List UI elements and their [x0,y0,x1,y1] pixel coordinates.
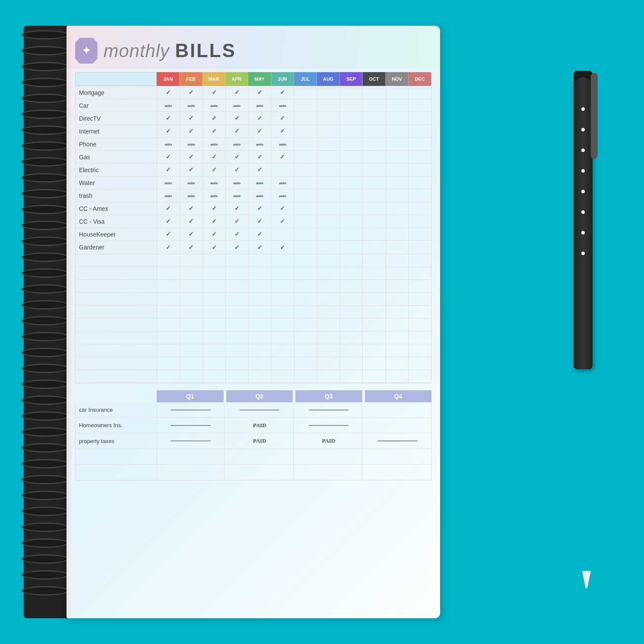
month-jan: JAN [157,72,179,86]
empty-month-cell [249,357,271,370]
empty-month-cell [386,267,409,279]
pen-decoration [574,103,592,255]
spiral-coil [21,205,69,214]
spiral-coil [21,141,69,151]
month-data-cell [340,241,363,254]
month-data-cell [317,228,340,240]
bill-name-cell: Car [76,99,157,112]
q-data-empty [364,449,431,464]
bill-name-header [75,72,157,86]
table-row: Waterautoautoautoautoautoauto [76,176,431,189]
month-data-cell [386,164,409,176]
month-data-cell: ✓ [157,112,180,125]
month-data-cell [409,125,431,137]
empty-month-cell [249,344,271,357]
empty-month-cell [295,344,317,357]
q-data-empty [157,465,225,480]
month-data-cell [317,189,340,202]
month-data-cell: ✓ [271,151,294,163]
month-nov: NOV [386,72,408,86]
month-mar: MAR [203,72,225,86]
q-data-cell: PAID [226,418,294,433]
table-row: DirecTV✓✓✓✓✓✓ [76,112,431,125]
month-data-cell [386,99,409,112]
spiral-coil [21,268,69,278]
empty-month-cell [386,254,409,267]
month-data-cell [317,164,340,176]
month-data-cell [295,112,317,125]
month-data-cell [386,241,409,254]
empty-month-cell [157,319,180,331]
spiral-coil [21,332,69,341]
page-title: monthly BILLS [103,40,236,61]
month-sep: SEP [340,72,363,86]
pen-dot [581,190,585,193]
empty-month-cell [271,319,294,331]
empty-month-cell [203,280,226,292]
empty-month-cell [317,370,340,383]
empty-month-cell [249,306,271,318]
month-data-cell [409,151,431,163]
month-data-cell [363,138,386,150]
month-data-cell: ✓ [180,202,203,215]
month-data-cell: ✓ [249,241,271,254]
month-data-cell [340,112,363,125]
month-data-cell [317,86,340,99]
quarterly-header: Q1 Q2 Q3 Q4 [75,390,431,402]
month-data-cell [340,202,363,215]
month-data-cell [317,125,340,137]
spiral-coil [21,62,69,71]
month-data-cell [340,138,363,150]
month-data-cell: ✓ [271,202,294,215]
empty-month-cell [295,254,317,267]
empty-month-cell [180,357,203,370]
month-data-cell: auto [180,189,203,202]
empty-month-cell [409,370,431,383]
month-data-cell [340,151,363,163]
month-data-cell [386,86,409,99]
empty-month-cell [271,267,294,279]
month-data-cell [340,228,363,240]
empty-month-cell [226,357,249,370]
month-data-cell [363,241,386,254]
empty-month-cell [363,319,386,331]
month-data-cell [317,112,340,125]
bill-name-cell: Electric [76,164,157,176]
spiral-coil [21,380,69,389]
month-data-cell [295,164,317,176]
empty-month-cell [157,357,180,370]
month-data-cell: ✓ [157,215,180,228]
q-spacer [75,390,157,402]
spiral-coil [21,46,69,55]
extra-quarterly-rows [75,449,431,480]
empty-month-cell [409,306,431,318]
month-oct: OCT [363,72,386,86]
month-data-cell: auto [157,99,180,112]
spiral-coil [21,30,69,39]
bill-name-cell: Phone [76,138,157,150]
table-row: Internet✓✓✓✓✓✓ [76,125,431,138]
month-data-cell [409,86,431,99]
empty-month-cell [409,344,431,357]
month-apr: APR [225,72,248,86]
q3-header: Q3 [295,390,363,402]
month-data-cell: auto [249,189,271,202]
empty-month-cell [295,280,317,292]
month-data-cell [295,228,317,240]
months-header: JAN FEB MAR APR MAY JUN JUL AUG SEP OCT … [75,72,431,86]
month-data-cell [386,151,409,163]
table-row [76,465,431,480]
star-icon: ✦ [82,45,91,57]
empty-month-cell [226,280,249,292]
empty-month-cell [226,267,249,279]
month-data-cell [295,202,317,215]
table-row [76,449,431,465]
month-data-cell [317,241,340,254]
month-data-cell: ✓ [203,164,226,176]
star-badge: ✦ [75,38,97,64]
month-data-cell [363,176,386,189]
empty-month-cell [249,254,271,267]
month-data-cell: auto [203,189,226,202]
month-data-cell: auto [271,189,294,202]
empty-month-cell [295,267,317,279]
